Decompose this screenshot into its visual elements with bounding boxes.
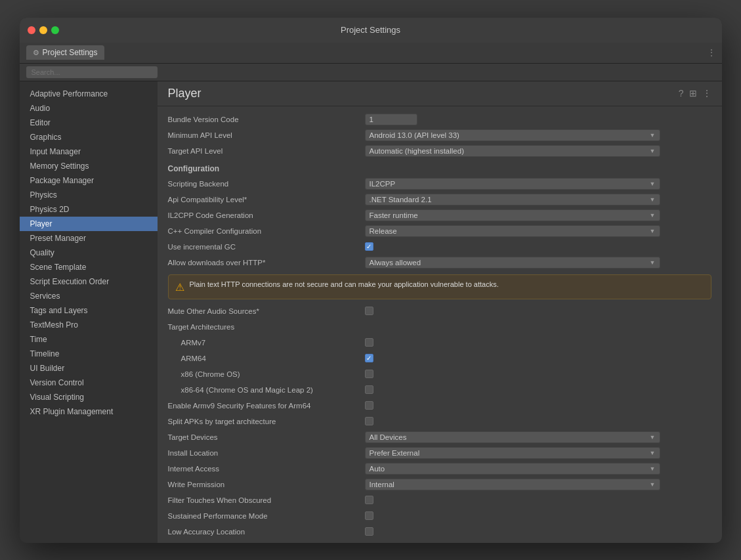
project-settings-tab[interactable]: ⚙ Project Settings (26, 45, 104, 60)
sidebar-item-preset-manager[interactable]: Preset Manager (20, 231, 158, 246)
mute-audio-label: Mute Other Audio Sources* (168, 307, 365, 315)
arm64-row: ARM64 (168, 351, 711, 366)
search-bar (20, 64, 722, 81)
sidebar-item-xr-plugin[interactable]: XR Plugin Management (20, 404, 158, 419)
sidebar-item-input-manager[interactable]: Input Manager (20, 144, 158, 159)
sidebar-item-ui-builder[interactable]: UI Builder (20, 361, 158, 376)
low-accuracy-checkbox[interactable] (365, 527, 373, 536)
install-location-dropdown[interactable]: Prefer External ▼ (365, 447, 660, 459)
min-api-dropdown[interactable]: Android 13.0 (API level 33) ▼ (365, 129, 660, 141)
sidebar-item-tags-layers[interactable]: Tags and Layers (20, 303, 158, 318)
target-devices-label: Target Devices (168, 433, 365, 441)
install-location-value: Prefer External (370, 449, 420, 457)
search-input[interactable] (26, 66, 158, 78)
cpp-compiler-dropdown[interactable]: Release ▼ (365, 225, 660, 237)
x86-checkbox[interactable] (365, 370, 373, 378)
sidebar-item-timeline[interactable]: Timeline (20, 347, 158, 361)
sidebar-item-package-manager[interactable]: Package Manager (20, 173, 158, 188)
x86-64-checkbox-container (365, 385, 373, 394)
min-api-row: Minimum API Level Android 13.0 (API leve… (168, 127, 711, 143)
write-permission-arrow: ▼ (650, 481, 656, 488)
sidebar-item-graphics[interactable]: Graphics (20, 130, 158, 144)
maximize-button[interactable] (51, 26, 59, 34)
api-compat-row: Api Compatibility Level* .NET Standard 2… (168, 192, 711, 207)
armv9-checkbox[interactable] (365, 401, 373, 410)
minimize-button[interactable] (39, 26, 47, 34)
api-compat-dropdown[interactable]: .NET Standard 2.1 ▼ (365, 194, 660, 205)
main-header: Player ? ⊞ ⋮ (158, 81, 722, 106)
min-api-dropdown-arrow: ▼ (650, 132, 656, 139)
main-window: Project Settings ⚙ Project Settings ⋮ Ad… (20, 18, 722, 543)
target-arch-row: Target Architectures (168, 319, 711, 335)
il2cpp-codegen-arrow: ▼ (650, 212, 656, 219)
split-apks-checkbox[interactable] (365, 417, 373, 425)
armv7-row: ARMv7 (168, 335, 711, 351)
main-panel: Player ? ⊞ ⋮ Bundle Version Code 1 Minim… (158, 81, 722, 543)
filter-touches-checkbox-container (365, 496, 373, 504)
target-api-dropdown-value: Automatic (highest installed) (370, 147, 464, 155)
split-apks-row: Split APKs by target architecture (168, 414, 711, 429)
x86-64-label: x86-64 (Chrome OS and Magic Leap 2) (168, 386, 365, 394)
il2cpp-codegen-value: Faster runtime (370, 211, 418, 219)
armv7-checkbox[interactable] (365, 338, 373, 347)
page-title: Player (168, 87, 201, 100)
api-compat-value: .NET Standard 2.1 (370, 196, 432, 204)
main-scroll: Bundle Version Code 1 Minimum API Level … (158, 106, 722, 543)
internet-access-dropdown[interactable]: Auto ▼ (365, 463, 660, 475)
tab-bar: ⚙ Project Settings ⋮ (20, 43, 722, 64)
arm64-checkbox-container (365, 354, 373, 362)
armv7-label: ARMv7 (168, 339, 365, 347)
scripting-backend-value: IL2CPP (370, 180, 396, 188)
x86-label: x86 (Chrome OS) (168, 370, 365, 378)
target-api-dropdown[interactable]: Automatic (highest installed) ▼ (365, 145, 660, 157)
arm64-checkbox[interactable] (365, 354, 373, 362)
x86-64-checkbox[interactable] (365, 385, 373, 394)
layout-icon[interactable]: ⊞ (689, 88, 697, 98)
il2cpp-codegen-dropdown[interactable]: Faster runtime ▼ (365, 209, 660, 221)
x86-64-row: x86-64 (Chrome OS and Magic Leap 2) (168, 382, 711, 398)
filter-touches-checkbox[interactable] (365, 496, 373, 504)
incremental-gc-checkbox-container (365, 242, 373, 251)
sidebar-item-version-control[interactable]: Version Control (20, 376, 158, 390)
sidebar-item-visual-scripting[interactable]: Visual Scripting (20, 390, 158, 404)
sidebar-item-adaptive-performance[interactable]: Adaptive Performance (20, 87, 158, 101)
sustained-perf-checkbox[interactable] (365, 511, 373, 520)
help-icon[interactable]: ? (679, 88, 684, 98)
sidebar-item-services[interactable]: Services (20, 289, 158, 303)
target-api-label: Target API Level (168, 147, 365, 155)
internet-access-row: Internet Access Auto ▼ (168, 461, 711, 477)
sidebar-item-scene-template[interactable]: Scene Template (20, 260, 158, 274)
sidebar-item-memory-settings[interactable]: Memory Settings (20, 159, 158, 173)
sidebar-item-physics[interactable]: Physics (20, 188, 158, 202)
sidebar-item-editor[interactable]: Editor (20, 116, 158, 130)
sidebar-item-quality[interactable]: Quality (20, 246, 158, 260)
sidebar-item-physics-2d[interactable]: Physics 2D (20, 202, 158, 217)
sidebar-item-script-execution[interactable]: Script Execution Order (20, 274, 158, 289)
allow-downloads-arrow: ▼ (650, 259, 656, 266)
sidebar-item-player[interactable]: Player (20, 217, 158, 231)
header-icons: ? ⊞ ⋮ (679, 88, 711, 98)
warning-icon: ⚠ (175, 281, 184, 293)
mute-audio-checkbox[interactable] (365, 307, 373, 315)
bundle-version-value[interactable]: 1 (365, 114, 417, 125)
tab-menu-icon[interactable]: ⋮ (708, 48, 715, 57)
menu-icon[interactable]: ⋮ (702, 88, 711, 98)
internet-access-value: Auto (370, 465, 385, 473)
sidebar-item-audio[interactable]: Audio (20, 101, 158, 116)
close-button[interactable] (28, 26, 35, 34)
sidebar: Adaptive Performance Audio Editor Graphi… (20, 81, 158, 543)
target-devices-value: All Devices (370, 433, 407, 441)
scripting-backend-dropdown[interactable]: IL2CPP ▼ (365, 178, 660, 190)
write-permission-dropdown[interactable]: Internal ▼ (365, 479, 660, 490)
tab-label: Project Settings (43, 48, 98, 57)
sidebar-item-time[interactable]: Time (20, 332, 158, 347)
write-permission-row: Write Permission Internal ▼ (168, 477, 711, 492)
content-area: Adaptive Performance Audio Editor Graphi… (20, 81, 722, 543)
filter-touches-row: Filter Touches When Obscured (168, 492, 711, 508)
cpp-compiler-value: Release (370, 227, 397, 235)
sidebar-item-textmesh-pro[interactable]: TextMesh Pro (20, 318, 158, 332)
target-devices-row: Target Devices All Devices ▼ (168, 429, 711, 445)
target-devices-dropdown[interactable]: All Devices ▼ (365, 431, 660, 443)
allow-downloads-dropdown[interactable]: Always allowed ▼ (365, 257, 660, 269)
incremental-gc-checkbox[interactable] (365, 242, 373, 251)
